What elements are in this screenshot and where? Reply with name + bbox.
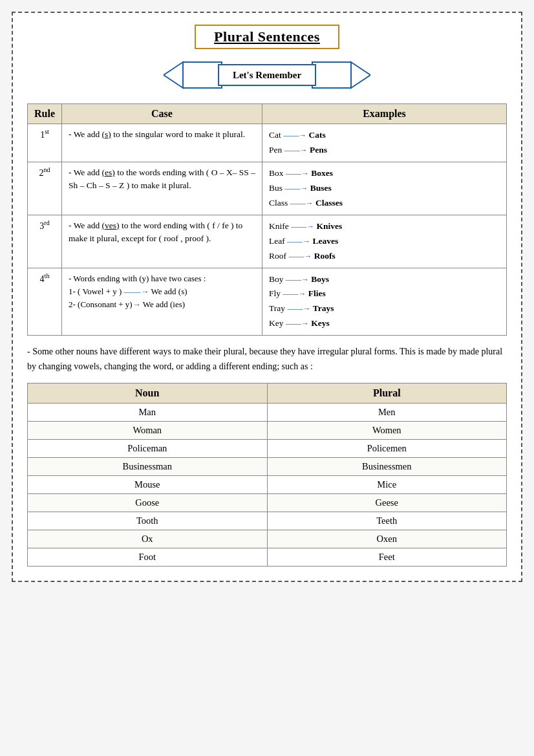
table-row: 1st - We add (s) to the singular word to… xyxy=(28,124,507,162)
rule-number-4: 4th xyxy=(28,268,62,336)
list-item: Businessman Businessmen xyxy=(28,458,507,476)
examples-col-3: Knife ——→ Knives Leaf ——→ Leaves Roof ——… xyxy=(262,215,507,268)
rule2-key: (es) xyxy=(102,167,115,177)
table-row: 2nd - We add (es) to the words ending wi… xyxy=(28,162,507,215)
list-item: Goose Geese xyxy=(28,494,507,512)
plural-cell: Mice xyxy=(267,476,507,494)
list-item: Woman Women xyxy=(28,422,507,440)
banner-container: Let's Remember xyxy=(27,58,507,92)
svg-marker-0 xyxy=(164,62,183,88)
irregular-table: Noun Plural Man MenWoman WomenPoliceman … xyxy=(27,383,507,567)
rule-number-1: 1st xyxy=(28,124,62,162)
rule3-key: (ves) xyxy=(102,221,120,230)
plural-cell: Teeth xyxy=(267,512,507,530)
irregular-note: - Some other nouns have different ways t… xyxy=(27,345,507,374)
noun-cell: Businessman xyxy=(28,458,268,476)
header-case: Case xyxy=(62,104,262,124)
plural-cell: Businessmen xyxy=(267,458,507,476)
plural-cell: Policemen xyxy=(267,440,507,458)
table-row: 4th - Words ending with (y) have two cas… xyxy=(28,268,507,336)
svg-marker-1 xyxy=(183,62,222,88)
svg-marker-3 xyxy=(312,62,351,88)
page-title: Plural Sentences xyxy=(195,25,339,49)
examples-col-4: Boy ——→ Boys Fly ——→ Flies Tray ——→ Tray… xyxy=(262,268,507,336)
banner-text: Let's Remember xyxy=(233,70,301,81)
plural-cell: Women xyxy=(267,422,507,440)
rule-number-2: 2nd xyxy=(28,162,62,215)
noun-cell: Policeman xyxy=(28,440,268,458)
noun-cell: Mouse xyxy=(28,476,268,494)
rule1-key: (s) xyxy=(102,129,111,139)
list-item: Ox Oxen xyxy=(28,530,507,548)
title-box: Plural Sentences xyxy=(27,25,507,49)
case-col-4: - Words ending with (y) have two cases :… xyxy=(62,268,262,336)
noun-cell: Tooth xyxy=(28,512,268,530)
case-col-3: - We add (ves) to the word ending with (… xyxy=(62,215,262,268)
list-item: Mouse Mice xyxy=(28,476,507,494)
noun-cell: Foot xyxy=(28,548,268,567)
plural-cell: Men xyxy=(267,404,507,422)
list-item: Foot Feet xyxy=(28,548,507,567)
rule-number-3: 3rd xyxy=(28,215,62,268)
header-rule: Rule xyxy=(28,104,62,124)
examples-col-2: Box ——→ Boxes Bus ——→ Buses Class ——→ Cl… xyxy=(262,162,507,215)
irreg-header-noun: Noun xyxy=(28,383,268,404)
case-col-1: - We add (s) to the singular word to mak… xyxy=(62,124,262,162)
case-col-2: - We add (es) to the words ending with (… xyxy=(62,162,262,215)
noun-cell: Ox xyxy=(28,530,268,548)
plural-cell: Geese xyxy=(267,494,507,512)
examples-col-1: Cat ——→ Cats Pen ——→ Pens xyxy=(262,124,507,162)
noun-cell: Woman xyxy=(28,422,268,440)
noun-cell: Man xyxy=(28,404,268,422)
list-item: Policeman Policemen xyxy=(28,440,507,458)
list-item: Man Men xyxy=(28,404,507,422)
table-row: 3rd - We add (ves) to the word ending wi… xyxy=(28,215,507,268)
plural-cell: Feet xyxy=(267,548,507,567)
header-examples: Examples xyxy=(262,104,507,124)
list-item: Tooth Teeth xyxy=(28,512,507,530)
plural-cell: Oxen xyxy=(267,530,507,548)
rules-table: Rule Case Examples 1st - We add (s) to t… xyxy=(27,103,507,336)
irreg-header-plural: Plural xyxy=(267,383,507,404)
page: Plural Sentences Let's Remember Rule Cas… xyxy=(12,12,522,582)
noun-cell: Goose xyxy=(28,494,268,512)
svg-marker-2 xyxy=(351,62,370,88)
